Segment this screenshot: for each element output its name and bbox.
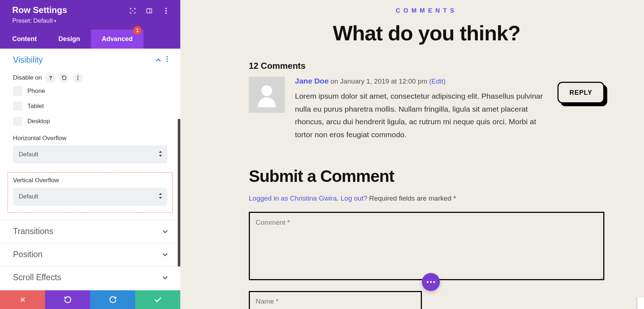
svg-point-12 [261,85,272,96]
required-note: Required fields are marked * [369,194,456,202]
section-options-icon[interactable] [166,56,168,64]
svg-point-9 [78,75,79,76]
comment-text: Lorem ipsum dolor sit amet, consectetur … [295,90,547,141]
logout-link[interactable]: Log out? [341,194,367,202]
logged-in-link[interactable]: Logged in as Christina Gwira [249,194,337,202]
svg-point-3 [165,8,167,9]
chevron-down-icon [162,251,168,258]
svg-point-15 [433,281,435,283]
svg-point-14 [430,281,432,283]
chevron-down-icon [162,228,168,235]
section-transitions-header[interactable]: Transitions [0,220,180,243]
floating-action-button[interactable] [422,273,440,291]
page-preview: COMMENTS What do you think? 12 Comments … [180,0,644,309]
resize-handle[interactable] [637,297,644,309]
comment-item: Jane Doe on January 1, 2019 at 12:00 pm … [249,77,604,141]
svg-rect-1 [147,9,152,13]
section-position-header[interactable]: Position [0,243,180,266]
chevron-up-icon [155,57,161,63]
field-options-icon[interactable] [73,73,83,83]
section-visibility-header[interactable]: Visibility [0,49,180,71]
page-heading: What do you think? [249,21,604,45]
undo-button[interactable] [45,290,90,309]
settings-tabs: Content Design Advanced 1 [0,30,180,49]
preset-label: Preset: Default [12,17,53,24]
svg-point-5 [165,13,167,14]
section-eyebrow: COMMENTS [249,7,604,14]
tab-badge: 1 [133,26,142,35]
svg-point-13 [427,281,429,283]
comments-count: 12 Comments [249,61,604,71]
svg-point-4 [165,10,167,12]
settings-sidebar: Row Settings Preset: Default ▾ Content D… [0,0,180,309]
reply-button-label: REPLY [557,82,604,103]
chevron-down-icon [162,274,168,281]
checkbox-desktop[interactable] [13,117,22,126]
panel-body: Visibility Disable on ? [0,49,180,290]
checkbox-phone-label: Phone [27,88,45,95]
tab-advanced[interactable]: Advanced 1 [91,30,144,49]
tab-advanced-label: Advanced [102,35,133,42]
vertical-overflow-value: Default [19,193,38,200]
checkbox-tablet-label: Tablet [27,103,44,110]
section-scroll-effects-header[interactable]: Scroll Effects [0,266,180,289]
submit-heading: Submit a Comment [249,166,604,186]
checkbox-phone[interactable] [13,86,22,96]
section-transitions-title: Transitions [13,227,53,236]
comment-meta: Jane Doe on January 1, 2019 at 12:00 pm … [295,77,547,85]
more-icon[interactable] [162,7,169,14]
redo-button[interactable] [90,290,135,309]
svg-point-6 [167,56,168,58]
caret-down-icon: ▾ [54,18,56,23]
section-scroll-effects: Scroll Effects [0,266,180,289]
footer-bar [0,290,180,309]
panel-title: Row Settings [12,5,67,15]
save-button[interactable] [135,290,180,309]
disable-desktop-row[interactable]: Desktop [13,117,167,126]
section-transitions: Transitions [0,220,180,243]
panel-icon[interactable] [146,7,153,14]
svg-point-7 [167,58,168,60]
select-caret-icon [159,151,162,158]
comment-author[interactable]: Jane Doe [295,77,328,85]
svg-point-10 [78,77,79,78]
tab-design[interactable]: Design [48,30,91,49]
section-visibility-title: Visibility [13,55,43,65]
disable-on-label: Disable on [13,74,42,81]
horizontal-overflow-value: Default [19,151,38,158]
checkbox-desktop-label: Desktop [27,118,50,125]
comment-textarea[interactable] [249,212,604,280]
expand-icon[interactable] [129,7,136,14]
disable-tablet-row[interactable]: Tablet [13,102,167,111]
horizontal-overflow-select[interactable]: Default [13,145,167,164]
vertical-overflow-select[interactable]: Default [13,188,167,206]
comment-timestamp: on January 1, 2019 at 12:00 pm [331,77,427,85]
disable-phone-row[interactable]: Phone [13,86,167,96]
svg-point-0 [132,10,133,12]
section-scroll-effects-title: Scroll Effects [13,273,61,282]
svg-point-11 [78,79,79,80]
avatar [249,77,285,113]
sidebar-header: Row Settings Preset: Default ▾ [0,0,180,30]
cancel-button[interactable] [0,290,45,309]
horizontal-overflow-label: Horizontal Overflow [13,135,167,142]
reset-icon[interactable] [59,73,69,83]
help-icon[interactable]: ? [45,73,56,83]
name-input[interactable] [249,291,422,309]
vertical-overflow-label: Vertical Overflow [13,177,167,184]
section-visibility: Visibility Disable on ? [0,49,180,220]
login-status: Logged in as Christina Gwira. Log out? R… [249,194,604,202]
reply-button[interactable]: REPLY [557,82,604,103]
preset-dropdown[interactable]: Preset: Default ▾ [12,17,67,24]
scrollbar[interactable] [178,119,180,267]
select-caret-icon [159,193,162,200]
vertical-overflow-highlight: Vertical Overflow Default [8,172,173,212]
tab-content[interactable]: Content [0,30,48,49]
section-position: Position [0,243,180,266]
svg-point-8 [167,61,168,62]
comment-edit-link[interactable]: (Edit) [429,77,445,85]
section-position-title: Position [13,250,43,259]
checkbox-tablet[interactable] [13,102,22,111]
